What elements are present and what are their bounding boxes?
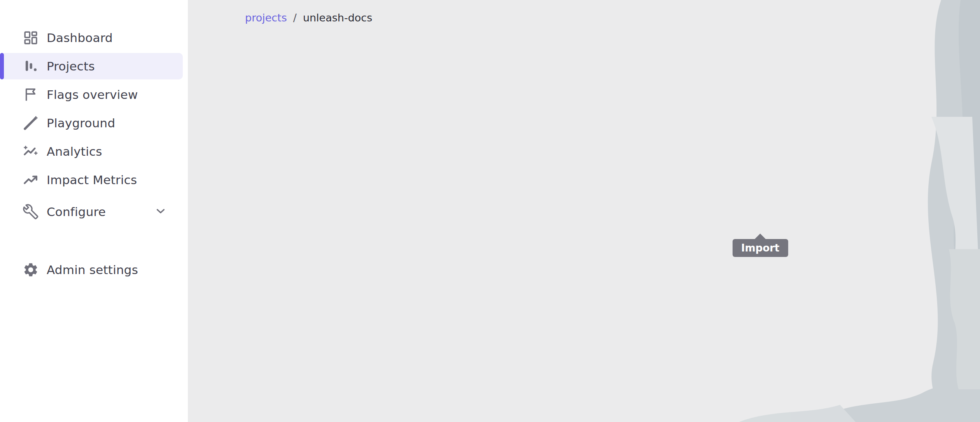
sidebar-item-label: Admin settings [47,263,138,277]
tooltip-label: Import [733,239,788,257]
sidebar-item-label: Configure [47,205,106,219]
main-content: projects / unleash-docs [188,0,980,422]
analytics-icon [22,142,40,160]
chevron-down-icon [154,204,167,219]
sidebar-item-label: Impact Metrics [47,173,137,187]
projects-icon [22,57,40,75]
sidebar-item-projects[interactable]: Projects [0,53,183,79]
flag-icon [22,86,40,104]
sidebar-item-label: Projects [47,59,95,73]
sidebar-item-dashboard[interactable]: Dashboard [0,25,183,51]
dashboard-icon [22,29,40,47]
tooltip-arrow [755,234,766,239]
import-tooltip: Import [733,234,788,257]
sidebar-item-impact-metrics[interactable]: Impact Metrics [0,167,183,193]
breadcrumb: projects / unleash-docs [245,12,372,24]
sidebar-item-configure[interactable]: Configure [0,199,183,225]
wand-icon [22,114,40,132]
sidebar-item-label: Dashboard [47,31,113,45]
sidebar-item-label: Flags overview [47,88,138,102]
breadcrumb-separator: / [293,12,297,24]
sidebar-item-admin-settings[interactable]: Admin settings [0,257,183,283]
app-root: Dashboard Projects Flags overview Playgr… [0,0,980,422]
sidebar-item-flags-overview[interactable]: Flags overview [0,81,183,108]
breadcrumb-projects-link[interactable]: projects [245,12,287,24]
sidebar: Dashboard Projects Flags overview Playgr… [0,0,188,422]
trend-up-icon [22,171,40,189]
sidebar-item-analytics[interactable]: Analytics [0,138,183,165]
sidebar-item-label: Playground [47,116,115,130]
sidebar-item-playground[interactable]: Playground [0,110,183,136]
gear-icon [22,261,40,279]
sidebar-item-label: Analytics [47,144,102,158]
wrench-icon [22,203,40,221]
breadcrumb-current: unleash-docs [303,12,372,24]
